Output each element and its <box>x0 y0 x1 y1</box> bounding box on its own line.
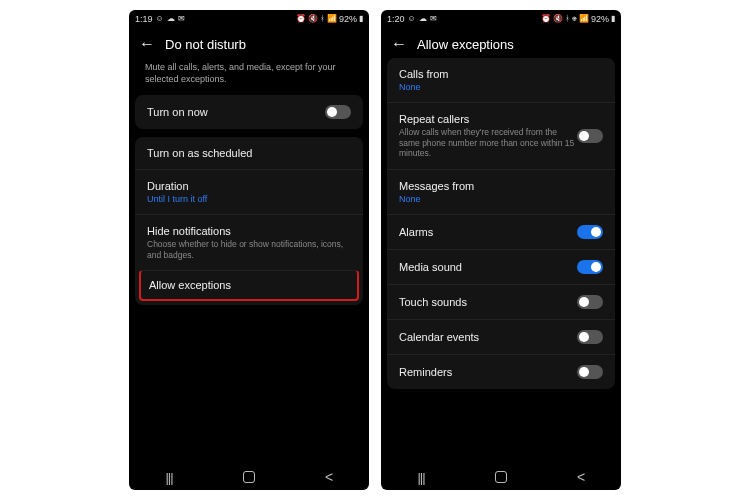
location-icon: ⎈ <box>572 15 577 23</box>
row-calls-from[interactable]: Calls from None <box>387 58 615 102</box>
signal-icon: 📶 <box>327 15 337 23</box>
label: Calls from <box>399 68 603 80</box>
toggle-media[interactable] <box>577 260 603 274</box>
label: Repeat callers <box>399 113 575 125</box>
card-settings: Turn on as scheduled Duration Until I tu… <box>135 137 363 304</box>
cloud-icon: ☁ <box>167 15 175 23</box>
page-title: Do not disturb <box>165 37 246 52</box>
row-turn-on-now[interactable]: Turn on now <box>135 95 363 129</box>
app-bar: ← Allow exceptions <box>381 28 621 58</box>
row-schedule[interactable]: Turn on as scheduled <box>135 137 363 169</box>
row-hide-notifications[interactable]: Hide notifications Choose whether to hid… <box>135 214 363 270</box>
value: None <box>399 82 603 92</box>
value: None <box>399 194 603 204</box>
row-media-sound[interactable]: Media sound <box>387 249 615 284</box>
sub: Choose whether to hide or show notificat… <box>147 239 351 260</box>
nav-bar <box>129 464 369 490</box>
phone-left: 1:19 ☺ ☁ ✉ ⏰ 🔇 ᚼ 📶 92% ▮ ← Do not distur… <box>129 10 369 490</box>
row-alarms[interactable]: Alarms <box>387 214 615 249</box>
mute-icon: 🔇 <box>308 15 318 23</box>
row-reminders[interactable]: Reminders <box>387 354 615 389</box>
mail-icon: ✉ <box>430 15 437 23</box>
nav-recents[interactable] <box>162 470 176 484</box>
label: Media sound <box>399 261 575 273</box>
bluetooth-icon: ᚼ <box>320 15 325 23</box>
whatsapp-icon: ☺ <box>156 15 164 23</box>
status-time: 1:19 <box>135 14 153 24</box>
toggle-turn-on-now[interactable] <box>325 105 351 119</box>
sub: Allow calls when they're received from t… <box>399 127 575 159</box>
toggle-alarms[interactable] <box>577 225 603 239</box>
status-battery: 92% <box>339 14 357 24</box>
toggle-repeat-callers[interactable] <box>577 129 603 143</box>
label: Messages from <box>399 180 603 192</box>
alarm-icon: ⏰ <box>541 15 551 23</box>
row-allow-exceptions[interactable]: Allow exceptions <box>139 270 359 301</box>
card-turn-on-now: Turn on now <box>135 95 363 129</box>
app-bar: ← Do not disturb <box>129 28 369 58</box>
row-messages-from[interactable]: Messages from None <box>387 169 615 214</box>
back-icon[interactable]: ← <box>139 36 155 52</box>
mail-icon: ✉ <box>178 15 185 23</box>
label: Hide notifications <box>147 225 351 237</box>
toggle-reminders[interactable] <box>577 365 603 379</box>
status-bar: 1:19 ☺ ☁ ✉ ⏰ 🔇 ᚼ 📶 92% ▮ <box>129 10 369 28</box>
bluetooth-icon: ᚼ <box>565 15 570 23</box>
nav-recents[interactable] <box>414 470 428 484</box>
content: Calls from None Repeat callers Allow cal… <box>381 58 621 464</box>
row-touch-sounds[interactable]: Touch sounds <box>387 284 615 319</box>
label: Turn on now <box>147 106 323 118</box>
label: Duration <box>147 180 351 192</box>
toggle-touch[interactable] <box>577 295 603 309</box>
alarm-icon: ⏰ <box>296 15 306 23</box>
whatsapp-icon: ☺ <box>408 15 416 23</box>
nav-home[interactable] <box>242 470 256 484</box>
label: Turn on as scheduled <box>147 147 351 159</box>
value: Until I turn it off <box>147 194 351 204</box>
toggle-calendar[interactable] <box>577 330 603 344</box>
nav-back[interactable] <box>322 470 336 484</box>
nav-home[interactable] <box>494 470 508 484</box>
card-exceptions: Calls from None Repeat callers Allow cal… <box>387 58 615 389</box>
status-battery: 92% <box>591 14 609 24</box>
signal-icon: 📶 <box>579 15 589 23</box>
content: Mute all calls, alerts, and media, excep… <box>129 58 369 464</box>
status-time: 1:20 <box>387 14 405 24</box>
label: Allow exceptions <box>149 279 349 291</box>
status-bar: 1:20 ☺ ☁ ✉ ⏰ 🔇 ᚼ ⎈ 📶 92% ▮ <box>381 10 621 28</box>
phone-right: 1:20 ☺ ☁ ✉ ⏰ 🔇 ᚼ ⎈ 📶 92% ▮ ← Allow excep… <box>381 10 621 490</box>
page-title: Allow exceptions <box>417 37 514 52</box>
row-repeat-callers[interactable]: Repeat callers Allow calls when they're … <box>387 102 615 169</box>
label: Calendar events <box>399 331 575 343</box>
back-icon[interactable]: ← <box>391 36 407 52</box>
row-duration[interactable]: Duration Until I turn it off <box>135 169 363 214</box>
row-calendar-events[interactable]: Calendar events <box>387 319 615 354</box>
nav-back[interactable] <box>574 470 588 484</box>
label: Alarms <box>399 226 575 238</box>
cloud-icon: ☁ <box>419 15 427 23</box>
label: Reminders <box>399 366 575 378</box>
battery-icon: ▮ <box>359 15 363 23</box>
nav-bar <box>381 464 621 490</box>
label: Touch sounds <box>399 296 575 308</box>
battery-icon: ▮ <box>611 15 615 23</box>
page-description: Mute all calls, alerts, and media, excep… <box>135 58 363 95</box>
mute-icon: 🔇 <box>553 15 563 23</box>
